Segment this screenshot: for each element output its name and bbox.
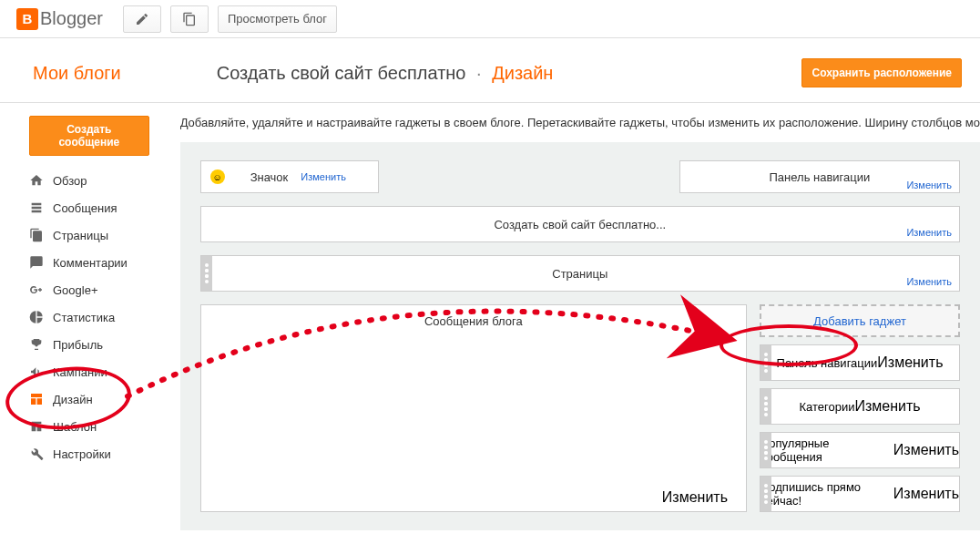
compose-button[interactable] <box>123 5 161 33</box>
create-post-label: Создать сообщение <box>58 123 119 149</box>
sidebar-item-settings[interactable]: Настройки <box>29 440 149 467</box>
gplus-icon <box>29 282 44 297</box>
header-edit-link[interactable]: Изменить <box>906 227 952 238</box>
widget-edit-link[interactable]: Изменить <box>854 398 920 415</box>
navbar-label: Панель навигации <box>770 170 871 184</box>
my-blogs-link[interactable]: Мои блоги <box>33 63 121 84</box>
megaphone-icon <box>29 364 44 379</box>
sidebar-item-overview[interactable]: Обзор <box>29 167 149 194</box>
copy-icon <box>182 12 197 26</box>
pages-slot[interactable]: Страницы Изменить <box>200 255 960 292</box>
sidebar-column: Добавить гаджет Панель навигацииИзменить… <box>760 304 960 512</box>
save-label: Сохранить расположение <box>812 67 952 79</box>
pages-icon <box>29 228 44 242</box>
favicon-slot[interactable]: ☺ Значок Изменить <box>200 160 379 193</box>
sidebar-item-campaigns[interactable]: Кампании <box>29 358 149 385</box>
breadcrumb-separator: · <box>476 63 482 83</box>
add-gadget-label: Добавить гаджет <box>813 314 906 328</box>
widget-edit-link[interactable]: Изменить <box>877 354 943 371</box>
trophy-icon <box>29 337 44 352</box>
intro-text: Добавляйте, удаляйте и настраивайте гадж… <box>180 116 980 129</box>
favicon-icon: ☺ <box>210 169 225 184</box>
favicon-label: Значок <box>250 170 289 184</box>
blogger-logo-text: Blogger <box>40 8 103 29</box>
main: Добавляйте, удаляйте и настраивайте гадж… <box>149 103 980 530</box>
sidebar-item-comments[interactable]: Комментарии <box>29 249 149 276</box>
favicon-edit-link[interactable]: Изменить <box>301 171 346 182</box>
sidebar: Создать сообщение Обзор Сообщения Страни… <box>0 103 149 530</box>
sidebar-item-stats[interactable]: Статистика <box>29 303 149 331</box>
drag-handle-icon[interactable] <box>761 477 771 511</box>
drag-handle-icon[interactable] <box>761 345 771 380</box>
blogger-logo[interactable]: B Blogger <box>16 8 103 30</box>
header-slot[interactable]: Создать свой сайт бесплатно... Изменить <box>200 206 960 242</box>
drag-handle-icon[interactable] <box>761 389 771 424</box>
sidebar-item-googleplus[interactable]: Google+ <box>29 276 149 303</box>
widget-edit-link[interactable]: Изменить <box>893 442 959 458</box>
widget-edit-link[interactable]: Изменить <box>893 486 959 502</box>
breadcrumb: Создать свой сайт бесплатно · Дизайн <box>217 63 554 84</box>
widget-popular[interactable]: Популярные сообщенияИзменить <box>760 432 960 468</box>
view-blog-button[interactable]: Просмотреть блог <box>218 5 337 33</box>
pencil-icon <box>135 12 149 26</box>
sidebar-item-posts[interactable]: Сообщения <box>29 194 149 221</box>
add-gadget-button[interactable]: Добавить гаджет <box>760 304 960 337</box>
blogger-logo-mark: B <box>16 8 38 30</box>
widget-subscribe[interactable]: Подпишись прямо сейчас!Изменить <box>760 476 960 512</box>
sidebar-item-template[interactable]: Шаблон <box>29 413 149 440</box>
blog-posts-label: Сообщения блога <box>201 305 746 328</box>
layout-icon <box>29 392 44 406</box>
header-label: Создать свой сайт бесплатно... <box>494 218 666 231</box>
template-icon <box>29 419 44 434</box>
posts-list-button[interactable] <box>170 5 209 33</box>
layout-canvas: ☺ Значок Изменить Панель навигации Измен… <box>180 142 980 530</box>
blog-posts-slot[interactable]: Сообщения блога Изменить <box>200 304 747 512</box>
save-arrangement-button[interactable]: Сохранить расположение <box>801 58 962 87</box>
drag-handle-icon[interactable] <box>201 256 212 291</box>
drag-handle-icon[interactable] <box>761 433 771 467</box>
widget-categories[interactable]: КатегорииИзменить <box>760 388 960 425</box>
navbar-slot[interactable]: Панель навигации Изменить <box>679 160 960 193</box>
sidebar-item-pages[interactable]: Страницы <box>29 221 149 249</box>
breadcrumb-current: Дизайн <box>492 63 553 83</box>
piechart-icon <box>29 310 44 324</box>
widget-navbar[interactable]: Панель навигацииИзменить <box>760 344 960 381</box>
document-icon <box>29 200 44 215</box>
chat-icon <box>29 255 44 270</box>
blog-name: Создать свой сайт бесплатно <box>217 63 466 83</box>
wrench-icon <box>29 446 44 461</box>
sidebar-item-earnings[interactable]: Прибыль <box>29 331 149 358</box>
pages-edit-link[interactable]: Изменить <box>906 276 952 287</box>
home-icon <box>29 173 44 188</box>
view-blog-label: Просмотреть блог <box>228 12 327 26</box>
title-row: Мои блоги Создать свой сайт бесплатно · … <box>0 38 980 97</box>
navbar-edit-link[interactable]: Изменить <box>906 180 952 190</box>
pages-label: Страницы <box>552 267 607 281</box>
blog-posts-edit-link[interactable]: Изменить <box>662 489 728 506</box>
app-header: B Blogger Просмотреть блог <box>0 0 980 38</box>
sidebar-item-layout[interactable]: Дизайн <box>29 385 149 413</box>
create-post-button[interactable]: Создать сообщение <box>29 116 149 156</box>
sidebar-nav: Обзор Сообщения Страницы Комментарии Goo… <box>29 167 149 467</box>
